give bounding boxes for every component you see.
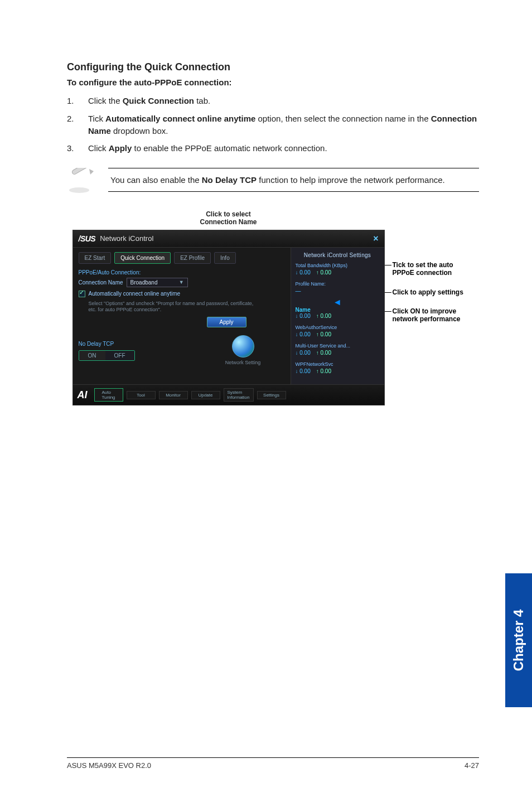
chapter-tab: Chapter 4 [505, 573, 532, 707]
conn-name-label: Connection Name [79, 279, 123, 286]
svc1-down: ↓ 0.00 [296, 313, 311, 319]
apply-button[interactable]: Apply [207, 317, 246, 327]
svg-point-0 [69, 187, 89, 193]
label: Settings [263, 393, 279, 398]
step-body: Tick Automatically connect online anytim… [88, 113, 479, 137]
step-num: 2. [67, 113, 88, 137]
text: dropdown box. [111, 126, 168, 136]
footer-left: ASUS M5A99X EVO R2.0 [67, 761, 151, 770]
text: Click [88, 143, 109, 153]
auto-connect-checkbox[interactable] [79, 291, 85, 297]
step-body: Click Apply to enable the PPPoE automati… [88, 142, 479, 154]
tab-ez-start[interactable]: EZ Start [79, 252, 112, 264]
bold: Quick Connection [123, 96, 194, 105]
note-row: You can also enable the No Delay TCP fun… [67, 168, 479, 195]
chevron-down-icon: ▼ [179, 279, 184, 285]
text: function to help improve the network per… [257, 175, 445, 185]
steps-list: 1. Click the Quick Connection tab. 2. Ti… [67, 95, 479, 154]
text: Tick [88, 114, 105, 123]
hint-text: Select "Options" and uncheck "Prompt for… [89, 301, 256, 313]
footer-right: 4-27 [465, 761, 479, 770]
text: Click the [88, 96, 123, 105]
tab-ez-profile[interactable]: EZ Profile [174, 252, 211, 264]
note-box: You can also enable the No Delay TCP fun… [108, 168, 479, 192]
titlebar: /SUS Network iControl × [73, 230, 384, 248]
svg-rect-1 [71, 168, 90, 175]
bottom-bar: AI Auto Tuning Tool Monitor Update Syste… [73, 384, 384, 405]
ai-suite-logo: AI [78, 389, 88, 401]
no-delay-toggle[interactable]: ON OFF [79, 350, 135, 361]
network-setting-area: Network Setting [201, 335, 285, 365]
bottom-update[interactable]: Update [191, 391, 220, 399]
svc3-name: Multi-User Service and... [296, 343, 380, 349]
svc1-up: ↑ 0.00 [316, 313, 331, 319]
label: Tool [137, 393, 145, 398]
bold: Automatically connect online anytime [105, 114, 255, 123]
callout-tick-pppoe: Tick to set the auto PPPoE connection [393, 261, 474, 277]
right-title: Network iControl Settings [296, 252, 380, 258]
text: Connection Name [200, 218, 257, 226]
bottom-sysinfo[interactable]: System Information [224, 388, 254, 402]
svc4-name: WPFNetworkSvc [296, 361, 380, 367]
auto-connect-label: Automatically connect online anytime [89, 291, 181, 297]
app-window: /SUS Network iControl × EZ Start Quick C… [72, 230, 385, 406]
network-setting-caption: Network Setting [225, 360, 261, 365]
svc3-up: ↑ 0.00 [316, 350, 331, 356]
bottom-settings[interactable]: Settings [257, 391, 286, 399]
step-body: Click the Quick Connection tab. [88, 95, 479, 107]
bold: Apply [109, 143, 132, 153]
pencil-note-icon [67, 168, 98, 195]
svc2-up: ↑ 0.00 [316, 331, 331, 337]
app-left-pane: EZ Start Quick Connection EZ Profile Inf… [73, 248, 291, 385]
callouts: Tick to set the auto PPPoE connection Cl… [385, 230, 474, 406]
divider-arrow-icon: ◄ [296, 299, 380, 305]
text: to enable the PPPoE automatic network co… [132, 143, 327, 153]
toggle-off: OFF [105, 351, 134, 360]
page-subheading: To configure the auto-PPPoE connection: [67, 78, 479, 87]
callout-apply: Click to apply settings [393, 288, 474, 296]
text: Click to select [206, 210, 251, 218]
label: Auto Tuning [101, 390, 115, 400]
total-bw-down: ↓ 0.00 [296, 269, 311, 276]
screenshot-wrap: Click to select Connection Name /SUS Net… [72, 210, 474, 405]
connection-name-dropdown[interactable]: Broadband ▼ [127, 278, 188, 287]
svg-marker-2 [89, 169, 94, 175]
step-3: 3. Click Apply to enable the PPPoE autom… [67, 142, 479, 154]
label: System Information [228, 390, 250, 400]
section-title: PPPoE/Auto Connection: [79, 269, 285, 276]
toggle-on: ON [79, 351, 105, 360]
dropdown-value: Broadband [130, 279, 158, 286]
asus-logo: /SUS [79, 234, 96, 243]
step-2: 2. Tick Automatically connect online any… [67, 113, 479, 137]
svc3-down: ↓ 0.00 [296, 350, 311, 356]
callout-nodelay: Click ON to improve network performance [393, 307, 474, 323]
profile-value: — [296, 288, 301, 294]
tab-quick-connection[interactable]: Quick Connection [114, 252, 171, 264]
bottom-tool[interactable]: Tool [127, 391, 156, 399]
svc2-name: WebAuthorService [296, 325, 380, 330]
svc4-up: ↑ 0.00 [316, 368, 331, 374]
tab-info[interactable]: Info [214, 252, 236, 264]
app-right-pane: Network iControl Settings Total Bandwidt… [291, 248, 384, 385]
total-bw-label: Total Bandwidth (KBps) [296, 263, 380, 268]
label: Monitor [166, 393, 181, 398]
total-bw-up: ↑ 0.00 [316, 269, 331, 276]
label: Update [199, 393, 213, 398]
chapter-tab-label: Chapter 4 [511, 610, 526, 671]
bottom-auto-tuning[interactable]: Auto Tuning [94, 388, 123, 402]
text: option, then select the connection name … [255, 114, 431, 123]
svc4-down: ↓ 0.00 [296, 368, 311, 374]
step-num: 3. [67, 142, 88, 154]
profile-label: Profile Name: [296, 281, 380, 287]
page-heading: Configuring the Quick Connection [67, 61, 479, 73]
page-footer: ASUS M5A99X EVO R2.0 4-27 [67, 757, 479, 770]
text: tab. [194, 96, 210, 105]
svc2-down: ↓ 0.00 [296, 331, 311, 337]
bold: No Delay TCP [202, 175, 257, 185]
svc1-name: Name [296, 307, 380, 313]
close-icon[interactable]: × [373, 234, 378, 244]
app-title: Network iControl [100, 234, 153, 243]
globe-icon[interactable] [232, 335, 254, 357]
bottom-monitor[interactable]: Monitor [159, 391, 188, 399]
step-1: 1. Click the Quick Connection tab. [67, 95, 479, 107]
